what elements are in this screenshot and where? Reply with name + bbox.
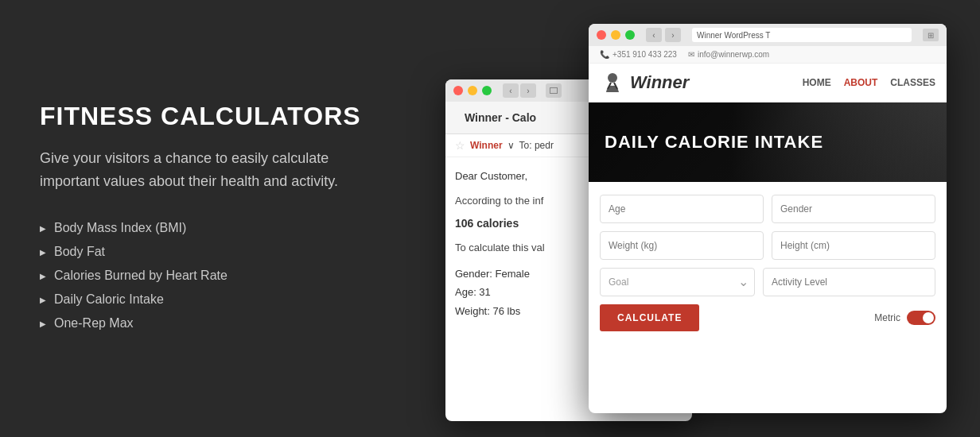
sender-name: Winner bbox=[470, 140, 503, 151]
toggle-switch[interactable] bbox=[907, 311, 935, 325]
site-logo: Winner bbox=[600, 70, 689, 95]
email-address: info@winnerwp.com bbox=[698, 50, 769, 59]
website-titlebar: ‹ › Winner WordPress T ⊞ bbox=[589, 24, 947, 46]
back-button[interactable]: ‹ bbox=[503, 83, 519, 98]
list-item: Daily Caloric Intake bbox=[40, 288, 390, 311]
logo-icon bbox=[600, 70, 625, 95]
calculator-form: Goal CALCULATE Metric bbox=[589, 182, 947, 344]
maximize-icon bbox=[550, 87, 558, 94]
nav-links: HOME ABOUT CLASSES bbox=[803, 77, 935, 88]
email-tab-title: Winner - Calo bbox=[455, 106, 546, 129]
minimize-dot[interactable] bbox=[468, 86, 477, 95]
form-row-1 bbox=[600, 195, 935, 223]
screenshots-area: ‹ › Winner - Calo ☆ Winner ∨ To: pedr De… bbox=[430, 0, 980, 437]
email-info: ✉ info@winnerwp.com bbox=[688, 50, 769, 59]
gender-input[interactable] bbox=[772, 195, 935, 223]
nav-about[interactable]: ABOUT bbox=[844, 77, 878, 88]
list-item: Calories Burned by Heart Rate bbox=[40, 264, 390, 288]
browser-controls: ‹ › bbox=[646, 28, 681, 42]
site-topbar: 📞 +351 910 433 223 ✉ info@winnerwp.com bbox=[589, 46, 947, 64]
height-input[interactable] bbox=[772, 231, 935, 260]
list-item: Body Fat bbox=[40, 240, 390, 264]
site-hero: DAILY CALORIE INTAKE bbox=[589, 102, 947, 182]
website-window: ‹ › Winner WordPress T ⊞ 📞 +351 910 433 … bbox=[589, 24, 947, 413]
minimize-dot[interactable] bbox=[611, 30, 620, 40]
site-nav: Winner HOME ABOUT CLASSES bbox=[589, 64, 947, 102]
logo-text: Winner bbox=[630, 72, 689, 93]
expand-button[interactable] bbox=[546, 83, 562, 98]
calc-bottom-row: CALCULATE Metric bbox=[600, 304, 935, 331]
forward-button[interactable]: › bbox=[665, 28, 681, 42]
maximize-dot[interactable] bbox=[482, 86, 492, 95]
forward-button[interactable]: › bbox=[520, 83, 536, 98]
weight-input[interactable] bbox=[600, 231, 764, 260]
phone-info: 📞 +351 910 433 223 bbox=[600, 50, 677, 59]
metric-toggle: Metric bbox=[874, 311, 935, 325]
nav-classes[interactable]: CLASSES bbox=[890, 77, 935, 88]
url-bar[interactable]: Winner WordPress T bbox=[692, 28, 912, 42]
goal-select[interactable]: Goal bbox=[600, 268, 755, 296]
form-row-2 bbox=[600, 231, 935, 260]
form-row-3: Goal bbox=[600, 268, 935, 296]
age-input[interactable] bbox=[600, 195, 764, 223]
metric-label: Metric bbox=[874, 312, 900, 323]
calculate-button[interactable]: CALCULATE bbox=[600, 304, 699, 331]
nav-buttons: ‹ › bbox=[503, 83, 536, 98]
activity-input[interactable] bbox=[763, 268, 935, 296]
to-field: To: pedr bbox=[519, 140, 554, 151]
mail-icon: ✉ bbox=[688, 50, 694, 59]
url-text: Winner WordPress T bbox=[697, 31, 770, 40]
description: Give your visitors a chance to easily ca… bbox=[40, 147, 390, 193]
main-title: FITNESS CALCULATORS bbox=[40, 102, 390, 131]
goal-select-wrapper: Goal bbox=[600, 268, 755, 296]
left-section: FITNESS CALCULATORS Give your visitors a… bbox=[0, 70, 430, 368]
tab-button[interactable]: ⊞ bbox=[923, 29, 939, 41]
list-item: Body Mass Index (BMI) bbox=[40, 216, 390, 240]
close-dot[interactable] bbox=[453, 86, 463, 95]
chevron-down-icon: ∨ bbox=[508, 140, 515, 151]
hero-title: DAILY CALORIE INTAKE bbox=[605, 132, 823, 153]
phone-number: +351 910 433 223 bbox=[612, 50, 677, 59]
toggle-knob bbox=[923, 312, 934, 323]
feature-list: Body Mass Index (BMI) Body Fat Calories … bbox=[40, 216, 390, 335]
back-button[interactable]: ‹ bbox=[646, 28, 662, 42]
nav-home[interactable]: HOME bbox=[803, 77, 831, 88]
close-dot[interactable] bbox=[597, 30, 606, 40]
svg-point-0 bbox=[608, 73, 617, 83]
maximize-dot[interactable] bbox=[625, 30, 635, 40]
phone-icon: 📞 bbox=[600, 50, 609, 59]
tab-icon: ⊞ bbox=[928, 31, 934, 40]
star-icon[interactable]: ☆ bbox=[455, 139, 465, 152]
list-item: One-Rep Max bbox=[40, 311, 390, 335]
